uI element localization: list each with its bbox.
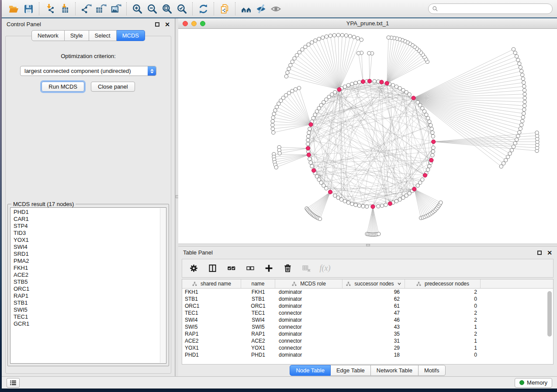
eye-button[interactable]	[268, 2, 283, 15]
table-cell[interactable]: 1	[405, 344, 481, 351]
table-cell[interactable]: 18	[343, 351, 405, 358]
table-row[interactable]: PHD1PHD1dominator180	[182, 351, 553, 358]
table-cell[interactable]: 43	[343, 323, 405, 330]
list-scrollbar[interactable]	[160, 208, 166, 363]
table-cell[interactable]: 96	[343, 289, 405, 296]
mcds-result-item[interactable]: YOX1	[14, 237, 159, 244]
deselect-all-button[interactable]	[245, 263, 255, 274]
table-cell[interactable]: 31	[343, 337, 405, 344]
table-cell[interactable]: ORC1	[241, 303, 275, 309]
table-cell[interactable]: 0	[405, 303, 481, 309]
table-cell[interactable]: STB1	[241, 296, 275, 303]
table-cell[interactable]: 29	[343, 344, 405, 351]
trash-button[interactable]	[282, 263, 293, 274]
table-scrollbar[interactable]	[547, 289, 552, 362]
column-header-name[interactable]: name	[241, 279, 275, 288]
table-cell[interactable]: ACE2	[182, 337, 241, 344]
task-history-button[interactable]	[7, 378, 20, 388]
table-cell[interactable]: dominator	[275, 351, 343, 358]
copy-share-button[interactable]	[217, 2, 232, 15]
tab-mcds[interactable]: MCDS	[117, 30, 145, 41]
table-cell[interactable]: YOX1	[241, 344, 275, 351]
open-folder-button[interactable]	[6, 2, 21, 15]
column-header-successor-nodes[interactable]: successor nodes	[343, 279, 405, 288]
table-cell[interactable]: 2	[405, 316, 481, 323]
search-box[interactable]	[428, 3, 553, 14]
vertical-splitter[interactable]	[175, 18, 178, 376]
zoom-selected-button[interactable]	[174, 2, 189, 15]
tab-style[interactable]: Style	[65, 30, 89, 41]
table-cell[interactable]: 2	[405, 309, 481, 316]
table-cell[interactable]: dominator	[275, 289, 343, 296]
table-cell[interactable]: YOX1	[182, 344, 241, 351]
mcds-result-list[interactable]: PHD1CAR1STP4TID3YOX1SWI4SRD1PMA2FKH1ACE2…	[10, 207, 166, 364]
table-cell[interactable]: 62	[343, 296, 405, 303]
table-row[interactable]: TEC1TEC1connector472	[182, 309, 553, 316]
table-cell[interactable]: RAP1	[241, 330, 275, 337]
table-row[interactable]: RAP1RAP1dominator352	[182, 330, 553, 337]
binoculars-button[interactable]	[239, 2, 253, 15]
table-cell[interactable]: 46	[343, 316, 405, 323]
optimization-criterion-select[interactable]: largest connected component (undirected)	[20, 66, 156, 76]
splitter-grip[interactable]	[366, 244, 370, 246]
column-header-shared-name[interactable]: shared name	[182, 279, 241, 288]
run-mcds-button[interactable]: Run MCDS	[42, 82, 84, 92]
mcds-result-item[interactable]: GCR1	[14, 320, 159, 327]
tab-network[interactable]: Network	[31, 30, 65, 41]
table-row[interactable]: YOX1YOX1connector291	[182, 344, 553, 351]
table-cell[interactable]: ACE2	[241, 337, 275, 344]
tab-node-table[interactable]: Node Table	[290, 365, 331, 376]
table-cell[interactable]: TEC1	[182, 309, 241, 316]
mcds-result-item[interactable]: SWI5	[14, 306, 159, 313]
add-button[interactable]	[263, 263, 274, 274]
table-cell[interactable]: STB1	[182, 296, 241, 303]
table-cell[interactable]: connector	[275, 309, 343, 316]
horizontal-splitter[interactable]	[178, 244, 557, 247]
table-cell[interactable]: TEC1	[241, 309, 275, 316]
table-cell[interactable]: dominator	[275, 316, 343, 323]
close-panel-icon[interactable]: ✕	[547, 250, 552, 256]
table-cell[interactable]: 61	[343, 303, 405, 309]
mcds-result-item[interactable]: RAP1	[14, 292, 159, 299]
export-table-button[interactable]	[93, 2, 108, 15]
tab-select[interactable]: Select	[89, 30, 117, 41]
table-cell[interactable]: PHD1	[182, 351, 241, 358]
tab-network-table[interactable]: Network Table	[371, 365, 419, 376]
table-cell[interactable]: connector	[275, 323, 343, 330]
refresh-button[interactable]	[196, 2, 211, 15]
mcds-result-item[interactable]: CAR1	[14, 216, 159, 223]
hide-eye-button[interactable]	[253, 2, 268, 15]
table-cell[interactable]: 2	[405, 289, 481, 296]
table-cell[interactable]: 0	[405, 296, 481, 303]
float-panel-icon[interactable]	[155, 22, 159, 27]
export-network-button[interactable]	[79, 2, 93, 15]
scrollbar-thumb[interactable]	[547, 291, 552, 337]
table-cell[interactable]: dominator	[275, 303, 343, 309]
table-cell[interactable]: 0	[405, 351, 481, 358]
tab-edge-table[interactable]: Edge Table	[331, 365, 371, 376]
table-cell[interactable]: dominator	[275, 330, 343, 337]
table-cell[interactable]: SWI5	[241, 323, 275, 330]
table-cell[interactable]: 1	[405, 337, 481, 344]
mcds-result-item[interactable]: TEC1	[14, 313, 159, 320]
table-row[interactable]: SWI4SWI4dominator462	[182, 316, 553, 323]
columns-button[interactable]	[207, 263, 218, 274]
table-row[interactable]: ACE2ACE2connector311	[182, 337, 553, 344]
import-table-button[interactable]	[57, 2, 72, 15]
table-cell[interactable]: 2	[405, 330, 481, 337]
table-cell[interactable]: connector	[275, 337, 343, 344]
memory-button[interactable]: Memory	[515, 378, 552, 388]
import-network-button[interactable]	[42, 2, 57, 15]
column-header-MCDS-role[interactable]: MCDS role	[275, 279, 343, 288]
table-cell[interactable]: SWI5	[182, 323, 241, 330]
mcds-result-item[interactable]: PMA2	[14, 258, 159, 265]
network-canvas[interactable]	[178, 29, 557, 244]
search-input[interactable]	[440, 6, 549, 12]
table-row[interactable]: STB1STB1dominator620	[182, 296, 553, 303]
table-row[interactable]: FKH1FKH1dominator962	[182, 289, 553, 296]
close-panel-button[interactable]: Close panel	[91, 82, 135, 92]
mcds-result-item[interactable]: PHD1	[14, 209, 159, 216]
table-cell[interactable]: SWI4	[241, 316, 275, 323]
save-button[interactable]	[21, 2, 36, 15]
table-cell[interactable]: connector	[275, 344, 343, 351]
